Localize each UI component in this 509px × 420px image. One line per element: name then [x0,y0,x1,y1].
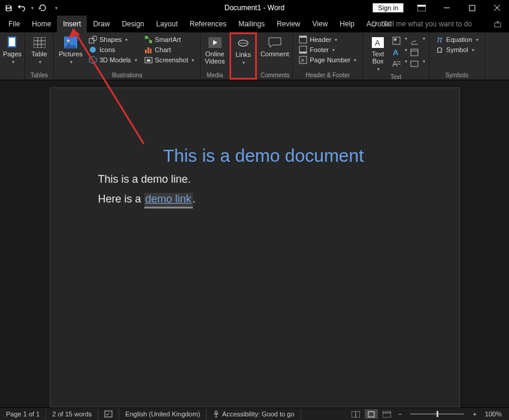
read-mode-button[interactable] [349,409,362,419]
tell-me-search[interactable]: Tell me what you want to do [370,20,502,28]
redo-icon[interactable] [37,3,47,13]
status-accessibility[interactable]: Accessibility: Good to go [207,408,301,420]
group-comments: Comment Comments [257,32,293,80]
group-tables: Table▾ Tables [25,32,54,80]
page[interactable]: This is a demo document This is a demo l… [50,87,460,407]
zoom-thumb[interactable] [437,411,438,417]
object-icon[interactable] [410,59,419,68]
undo-icon[interactable] [17,3,26,13]
save-icon[interactable] [4,3,13,13]
chart-icon [144,46,153,54]
svg-point-20 [90,47,96,53]
table-button[interactable]: Table▾ [28,35,51,66]
3d-models-button[interactable]: 3D Models▾ [86,55,140,65]
close-button[interactable] [485,0,509,16]
status-words[interactable]: 2 of 15 words [46,408,98,420]
sign-in-button[interactable]: Sign in [372,3,404,13]
svg-rect-1 [417,5,426,7]
group-media: Online Videos Media [201,32,229,80]
wordart-icon[interactable]: A [392,47,401,57]
quick-parts-icon[interactable] [392,36,401,46]
document-canvas[interactable]: This is a demo document This is a demo l… [0,80,509,407]
video-icon [208,36,222,49]
table-icon [33,36,46,49]
tab-layout[interactable]: Layout [150,16,184,32]
tab-view[interactable]: View [307,16,334,32]
svg-text:A: A [392,59,398,68]
status-spellcheck[interactable] [98,408,119,420]
group-illustrations: Pictures▾ Shapes▾ Icons 3D Models▾ Smart… [54,32,201,80]
group-text: A Text Box▾ ▾ ▾ A▾ A▾ ▾ Text [363,32,429,80]
ribbon: Pages▾ Table▾ Tables Pictures▾ Shapes▾ I… [0,32,509,80]
web-layout-button[interactable] [380,409,393,419]
date-time-icon[interactable] [410,47,419,57]
status-page[interactable]: Page 1 of 1 [0,408,46,420]
drop-cap-icon[interactable]: A [392,59,401,68]
equation-button[interactable]: πEquation▾ [433,35,480,44]
footer-icon [299,46,307,54]
share-icon[interactable] [493,20,502,28]
qat-customize-icon[interactable]: ▾ [55,5,57,11]
minimize-button[interactable] [435,0,459,16]
tab-file[interactable]: File [2,16,26,32]
text-box-button[interactable]: A Text Box▾ [366,35,389,73]
tab-home[interactable]: Home [26,16,57,32]
maximize-button[interactable] [460,0,484,16]
footer-button[interactable]: Footer▾ [296,45,359,55]
signature-line-icon[interactable] [410,36,419,46]
title-bar: ▾ ▾ Document1 - Word Sign in [0,0,509,16]
screenshot-button[interactable]: Screenshot▾ [142,55,197,65]
tab-help[interactable]: Help [334,16,360,32]
doc-line-2[interactable]: Here is a demo link. [98,193,411,206]
ribbon-display-icon[interactable] [410,0,434,16]
tab-references[interactable]: References [184,16,232,32]
svg-rect-25 [147,47,149,53]
shapes-button[interactable]: Shapes▾ [86,35,140,44]
tab-mailings[interactable]: Mailings [232,16,271,32]
header-icon [299,35,307,44]
icons-icon [89,46,97,54]
link-icon [237,37,250,50]
spellcheck-icon [104,410,113,418]
page-number-button[interactable]: #Page Number▾ [296,55,359,65]
doc-line-1[interactable]: This is a demo line. [98,173,411,186]
svg-rect-35 [299,52,307,53]
online-videos-button[interactable]: Online Videos [204,35,226,65]
svg-text:#: # [301,58,304,64]
tab-design[interactable]: Design [116,16,150,32]
svg-rect-18 [89,38,94,43]
accessibility-icon [213,410,220,418]
svg-rect-49 [411,61,418,67]
svg-rect-54 [368,412,374,417]
doc-heading[interactable]: This is a demo document [98,146,411,166]
group-label-media: Media [204,71,225,78]
icons-button[interactable]: Icons [86,45,140,55]
zoom-in-button[interactable]: + [470,410,478,418]
header-button[interactable]: Header▾ [296,35,359,44]
status-bar: Page 1 of 1 2 of 15 words English (Unite… [0,407,509,420]
svg-rect-11 [34,37,46,48]
zoom-slider[interactable] [410,413,464,415]
tab-draw[interactable]: Draw [87,16,116,32]
group-pages: Pages▾ [0,32,25,80]
demo-hyperlink[interactable]: demo link [144,193,193,209]
tab-insert[interactable]: Insert [57,16,87,32]
zoom-out-button[interactable]: − [396,410,404,418]
tab-review[interactable]: Review [271,16,306,32]
comment-button[interactable]: Comment [259,35,291,58]
status-language[interactable]: English (United Kingdom) [119,408,207,420]
svg-rect-33 [299,36,307,38]
links-button[interactable]: Links▾ [232,35,255,67]
pages-button[interactable]: Pages▾ [1,35,24,66]
undo-more-icon[interactable]: ▾ [31,5,34,11]
chart-button[interactable]: Chart [142,45,197,55]
pictures-button[interactable]: Pictures▾ [57,35,84,66]
zoom-level[interactable]: 100% [481,410,505,418]
svg-point-6 [372,21,377,26]
smartart-button[interactable]: SmartArt [142,35,197,44]
svg-rect-3 [469,5,475,11]
print-layout-button[interactable] [365,409,378,419]
svg-rect-44 [411,49,418,56]
svg-rect-26 [150,49,152,53]
symbol-button[interactable]: ΩSymbol▾ [433,45,480,55]
